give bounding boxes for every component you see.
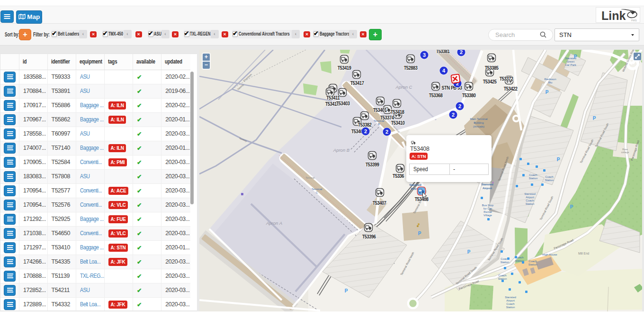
svg-text:Airport: Airport [506, 299, 515, 302]
svg-text:Building: Building [474, 121, 483, 124]
svg-text:Coach: Coach [545, 175, 553, 178]
svg-text:Station: Station [545, 179, 554, 182]
svg-text:Blu: Blu [548, 81, 553, 84]
svg-text:Coach: Coach [526, 199, 534, 202]
svg-text:B: B [378, 123, 380, 126]
svg-text:Airport: Airport [483, 187, 492, 190]
svg-text:P: P [557, 157, 560, 162]
svg-text:Apron B: Apron B [333, 147, 350, 153]
svg-text:for Car: for Car [483, 207, 492, 210]
svg-text:P: P [345, 288, 348, 293]
svg-text:Stansted: Stansted [505, 296, 516, 299]
svg-text:Coach: Coach [498, 274, 506, 277]
svg-text:Link: Link [601, 9, 626, 22]
svg-text:Terminal: Terminal [306, 176, 315, 179]
svg-text:Stansted: Stansted [481, 183, 493, 186]
svg-text:Station: Station [529, 177, 538, 180]
svg-text:Station: Station [501, 261, 510, 264]
svg-text:Rental: Rental [483, 210, 492, 213]
svg-text:Car Park: Car Park [565, 64, 577, 66]
svg-text:P: P [467, 249, 471, 255]
svg-text:Coach: Coach [529, 174, 537, 176]
svg-text:Mill End: Mill End [578, 252, 590, 255]
svg-text:Airport: Airport [526, 196, 534, 199]
svg-text:P: P [418, 231, 421, 236]
svg-text:Apron C: Apron C [395, 84, 412, 90]
svg-text:FMS: FMS [631, 19, 637, 22]
svg-text:P: P [593, 116, 596, 121]
svg-text:cottage: cottage [621, 151, 629, 154]
svg-text:C: C [316, 191, 318, 194]
svg-text:Apron A: Apron A [266, 220, 282, 226]
svg-text:Coach: Coach [506, 302, 514, 305]
svg-text:(Arrivals): (Arrivals) [473, 125, 484, 128]
svg-text:High House: High House [542, 253, 557, 256]
svg-text:Green: Green [567, 60, 575, 63]
svg-text:Stansted: Stansted [409, 183, 421, 186]
svg-text:Radisson: Radisson [544, 78, 556, 81]
svg-text:Stansted: Stansted [524, 192, 536, 195]
svg-text:Coach: Coach [528, 260, 537, 263]
svg-text:Terminal: Terminal [312, 188, 322, 191]
svg-text:P: P [574, 54, 577, 59]
svg-text:Village: Village [483, 214, 492, 217]
svg-text:P: P [570, 204, 573, 210]
svg-text:P: P [546, 90, 549, 95]
svg-text:Bus Stop: Bus Stop [482, 204, 494, 207]
svg-text:Main Terminal: Main Terminal [470, 118, 487, 120]
svg-text:Station: Station [506, 306, 515, 309]
svg-text:Station: Station [528, 263, 537, 266]
svg-text:Station: Station [526, 202, 535, 205]
